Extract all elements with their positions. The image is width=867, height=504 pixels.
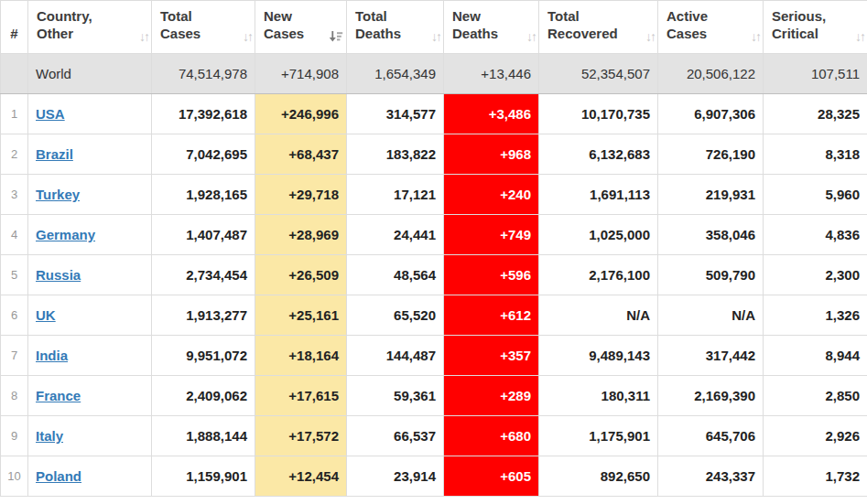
country-cell: World (28, 53, 152, 93)
total-cases-cell: 7,042,695 (152, 134, 255, 174)
country-cell: UK (28, 295, 152, 335)
column-label: New Deaths (452, 8, 498, 41)
new-deaths-cell: +357 (444, 335, 539, 375)
active-cases-cell: 317,442 (658, 335, 764, 375)
country-link[interactable]: Poland (36, 468, 81, 484)
column-header-active-cases[interactable]: Active Cases ↓↑ (658, 1, 764, 54)
column-header-rank: # (1, 1, 28, 54)
sort-both-icon[interactable]: ↓↑ (855, 30, 864, 43)
new-cases-cell: +26,509 (255, 254, 347, 295)
active-cases-cell: 20,506,122 (658, 53, 764, 93)
new-cases-cell: +68,437 (255, 134, 347, 174)
new-deaths-cell: +596 (444, 254, 539, 295)
rank-cell: 1 (1, 93, 28, 134)
country-cell: Brazil (28, 134, 152, 174)
rank-cell: 8 (1, 375, 28, 415)
new-deaths-cell: +749 (444, 214, 539, 254)
serious-critical-cell: 28,325 (764, 93, 867, 134)
country-link[interactable]: Russia (36, 267, 81, 283)
country-cell: France (28, 375, 152, 415)
sort-both-icon[interactable]: ↓↑ (431, 30, 440, 43)
table-row: 10 Poland 1,159,901 +12,454 23,914 +605 … (1, 456, 867, 496)
country-cell: Italy (28, 415, 152, 456)
total-cases-cell: 1,888,144 (152, 415, 255, 456)
country-link[interactable]: UK (36, 307, 56, 323)
sort-both-icon[interactable]: ↓↑ (645, 30, 655, 43)
country-cell: Poland (28, 456, 152, 496)
country-cell: India (28, 335, 152, 375)
table-header: # Country, Other ↓↑ Total Cases ↓↑ New C… (1, 1, 867, 54)
total-deaths-cell: 1,654,349 (347, 53, 444, 93)
column-header-total-cases[interactable]: Total Cases ↓↑ (152, 1, 255, 54)
serious-critical-cell: 2,926 (764, 415, 867, 456)
total-deaths-cell: 144,487 (347, 335, 444, 375)
active-cases-cell: N/A (658, 295, 764, 335)
column-header-country[interactable]: Country, Other ↓↑ (28, 1, 152, 54)
new-cases-cell: +246,996 (255, 93, 347, 134)
table-row: 3 Turkey 1,928,165 +29,718 17,121 +240 1… (1, 174, 867, 214)
column-label: Serious, Critical (772, 8, 826, 41)
new-deaths-cell: +240 (444, 174, 539, 214)
sort-both-icon[interactable]: ↓↑ (526, 30, 536, 43)
total-cases-cell: 2,734,454 (152, 254, 255, 295)
country-cell: Russia (28, 254, 152, 295)
column-header-total-recovered[interactable]: Total Recovered ↓↑ (539, 1, 658, 54)
serious-critical-cell: 1,326 (764, 295, 867, 335)
column-label: # (10, 26, 17, 41)
rank-cell: 10 (1, 456, 28, 496)
column-label: Total Cases (160, 8, 200, 41)
column-label: Country, Other (37, 8, 92, 41)
sort-both-icon[interactable]: ↓↑ (139, 30, 148, 43)
column-label: New Cases (264, 8, 304, 41)
world-summary-row: World 74,514,978 +714,908 1,654,349 +13,… (1, 53, 867, 93)
rank-cell: 7 (1, 335, 28, 375)
table-row: 4 Germany 1,407,487 +28,969 24,441 +749 … (1, 214, 867, 254)
serious-critical-cell: 1,732 (764, 456, 867, 496)
country-link[interactable]: Germany (36, 227, 95, 242)
total-deaths-cell: 183,822 (347, 134, 444, 174)
serious-critical-cell: 8,318 (764, 134, 867, 174)
table-row: 2 Brazil 7,042,695 +68,437 183,822 +968 … (1, 134, 867, 174)
column-header-new-cases[interactable]: New Cases (255, 1, 347, 54)
country-cell: Germany (28, 214, 152, 254)
country-link[interactable]: Brazil (36, 146, 73, 162)
column-header-new-deaths[interactable]: New Deaths ↓↑ (444, 1, 539, 54)
total-deaths-cell: 65,520 (347, 295, 444, 335)
total-recovered-cell: 2,176,100 (539, 254, 658, 295)
country-link[interactable]: India (36, 348, 68, 363)
new-cases-cell: +12,454 (255, 456, 347, 496)
active-cases-cell: 2,169,390 (658, 375, 764, 415)
new-cases-cell: +17,572 (255, 415, 347, 456)
active-cases-cell: 358,046 (658, 214, 764, 254)
column-header-total-deaths[interactable]: Total Deaths ↓↑ (347, 1, 444, 54)
column-label: Active Cases (667, 8, 708, 41)
serious-critical-cell: 107,511 (764, 53, 867, 93)
sort-descending-icon[interactable] (329, 30, 343, 43)
total-deaths-cell: 314,577 (347, 93, 444, 134)
total-cases-cell: 1,928,165 (152, 174, 255, 214)
total-deaths-cell: 17,121 (347, 174, 444, 214)
country-link[interactable]: France (36, 388, 81, 403)
column-header-serious-critical[interactable]: Serious, Critical ↓↑ (764, 1, 867, 54)
table-row: 7 India 9,951,072 +18,164 144,487 +357 9… (1, 335, 867, 375)
active-cases-cell: 645,706 (658, 415, 764, 456)
total-recovered-cell: 180,311 (539, 375, 658, 415)
serious-critical-cell: 4,836 (764, 214, 867, 254)
total-recovered-cell: N/A (539, 295, 658, 335)
country-link[interactable]: Italy (36, 428, 63, 444)
new-cases-cell: +29,718 (255, 174, 347, 214)
country-link[interactable]: USA (36, 106, 65, 122)
total-deaths-cell: 23,914 (347, 456, 444, 496)
rank-cell (1, 53, 28, 93)
total-cases-cell: 74,514,978 (152, 53, 255, 93)
rank-cell: 5 (1, 254, 28, 295)
sort-both-icon[interactable]: ↓↑ (243, 30, 252, 43)
new-deaths-cell: +968 (444, 134, 539, 174)
active-cases-cell: 243,337 (658, 456, 764, 496)
total-deaths-cell: 24,441 (347, 214, 444, 254)
total-cases-cell: 17,392,618 (152, 93, 255, 134)
country-link[interactable]: Turkey (36, 187, 80, 202)
total-cases-cell: 2,409,062 (152, 375, 255, 415)
table-row: 8 France 2,409,062 +17,615 59,361 +289 1… (1, 375, 867, 415)
sort-both-icon[interactable]: ↓↑ (751, 30, 760, 43)
